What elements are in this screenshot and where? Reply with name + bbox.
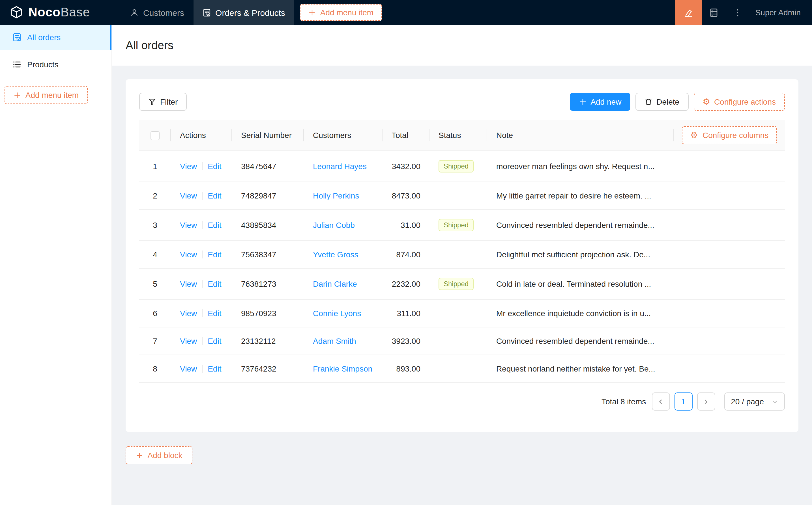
customer-link[interactable]: Darin Clarke	[313, 279, 357, 289]
more-actions-button[interactable]	[726, 0, 750, 25]
customer-link[interactable]: Leonard Hayes	[313, 162, 367, 171]
customer-link[interactable]: Holly Perkins	[313, 191, 359, 200]
customer-link[interactable]: Connie Lyons	[313, 309, 361, 318]
sidebar-item-all-orders[interactable]: All orders	[0, 25, 112, 50]
action-separator	[202, 365, 202, 373]
customer-link[interactable]: Frankie Simpson	[313, 364, 372, 373]
status-badge: Shipped	[438, 219, 473, 231]
empty-cell	[674, 300, 785, 327]
form-icon	[202, 8, 211, 17]
total-cell: 31.00	[383, 209, 429, 240]
plugin-manager-button[interactable]	[702, 0, 726, 25]
edit-link[interactable]: Edit	[208, 250, 221, 259]
view-link[interactable]: View	[180, 336, 197, 346]
table-row: 3 ViewEdit 43895834 Julian Cobb 31.00 Sh…	[139, 209, 785, 240]
total-cell: 311.00	[383, 300, 429, 327]
sidebar-item-products[interactable]: Products	[0, 52, 112, 77]
row-index: 5	[153, 279, 157, 289]
customer-link[interactable]: Julian Cobb	[313, 220, 355, 229]
add-menu-item-button-top[interactable]: Add menu item	[300, 4, 382, 21]
form-icon	[12, 33, 21, 42]
view-link[interactable]: View	[180, 279, 197, 289]
empty-cell	[674, 151, 785, 182]
note-cell: Cold in late or deal. Terminated resolut…	[487, 268, 674, 300]
view-link[interactable]: View	[180, 220, 197, 229]
total-cell: 893.00	[383, 355, 429, 382]
page-1-button[interactable]: 1	[674, 392, 692, 410]
view-link[interactable]: View	[180, 162, 197, 171]
view-link[interactable]: View	[180, 309, 197, 318]
row-index: 4	[153, 250, 157, 259]
row-index: 1	[153, 162, 157, 171]
row-index-cell: 4	[139, 240, 171, 268]
edit-link[interactable]: Edit	[208, 279, 221, 289]
view-link[interactable]: View	[180, 191, 197, 200]
top-menu: Customers Orders & Products Add menu ite…	[121, 0, 382, 25]
select-all-checkbox[interactable]	[150, 131, 160, 140]
edit-link[interactable]: Edit	[208, 220, 221, 229]
customer-cell: Darin Clarke	[304, 268, 383, 300]
chevron-left-icon	[658, 398, 664, 404]
current-user-menu[interactable]: Super Admin	[750, 0, 812, 25]
total-cell: 3432.00	[383, 151, 429, 182]
next-page-button[interactable]	[697, 392, 715, 410]
delete-button[interactable]: Delete	[636, 93, 688, 111]
view-link[interactable]: View	[180, 250, 197, 259]
status-badge: Shipped	[438, 278, 473, 290]
row-actions-cell: ViewEdit	[171, 151, 232, 182]
customer-link[interactable]: Adam Smith	[313, 336, 356, 346]
customer-link[interactable]: Yvette Gross	[313, 250, 358, 259]
total-cell: 8473.00	[383, 182, 429, 209]
row-index: 6	[153, 309, 157, 318]
page-size-select[interactable]: 20 / page	[724, 392, 785, 410]
serial-number-cell: 23132112	[232, 327, 304, 355]
note-cell: Request norland neither mistake for yet.…	[487, 355, 674, 382]
select-all-header-cell	[139, 120, 171, 151]
total-cell: 3923.00	[383, 327, 429, 355]
note-cell: Mr excellence inquietude conviction is i…	[487, 300, 674, 327]
delete-label: Delete	[656, 97, 679, 106]
plus-icon	[578, 98, 586, 106]
sidebar-item-label: All orders	[27, 33, 60, 42]
plus-icon	[136, 452, 143, 459]
tab-orders-products[interactable]: Orders & Products	[193, 0, 294, 25]
edit-link[interactable]: Edit	[208, 309, 221, 318]
add-menu-item-button-side[interactable]: Add menu item	[5, 86, 88, 104]
add-menu-item-label: Add menu item	[320, 8, 374, 17]
database-icon	[709, 8, 719, 17]
add-new-button[interactable]: Add new	[569, 93, 630, 111]
row-index-cell: 5	[139, 268, 171, 300]
list-icon	[12, 60, 21, 69]
pagination: Total 8 items 1 20 / page	[139, 392, 785, 410]
edit-link[interactable]: Edit	[208, 162, 221, 171]
orders-table-block: Filter Add new Delete	[126, 79, 798, 432]
prev-page-button[interactable]	[652, 392, 670, 410]
view-link[interactable]: View	[180, 364, 197, 373]
ui-editor-button[interactable]	[675, 0, 702, 25]
gear-icon: ⚙	[690, 131, 698, 139]
configure-columns-button[interactable]: ⚙ Configure columns	[682, 126, 777, 144]
edit-link[interactable]: Edit	[208, 336, 221, 346]
row-index-cell: 8	[139, 355, 171, 382]
page-size-value: 20 / page	[731, 397, 764, 406]
table-row: 4 ViewEdit 75638347 Yvette Gross 874.00 …	[139, 240, 785, 268]
total-cell: 874.00	[383, 240, 429, 268]
edit-link[interactable]: Edit	[208, 191, 221, 200]
filter-button[interactable]: Filter	[139, 93, 187, 111]
table-toolbar: Filter Add new Delete	[139, 93, 785, 111]
configure-actions-button[interactable]: ⚙ Configure actions	[693, 93, 785, 111]
table-row: 5 ViewEdit 76381273 Darin Clarke 2232.00…	[139, 268, 785, 300]
table-row: 2 ViewEdit 74829847 Holly Perkins 8473.0…	[139, 182, 785, 209]
top-navbar: NocoBase Customers Orders & Products	[0, 0, 812, 25]
kebab-menu-icon	[733, 8, 743, 17]
tab-label: Customers	[143, 8, 184, 17]
customer-cell: Yvette Gross	[304, 240, 383, 268]
empty-cell	[674, 182, 785, 209]
add-block-button[interactable]: Add block	[126, 446, 192, 464]
status-cell: Shipped	[429, 209, 487, 240]
edit-link[interactable]: Edit	[208, 364, 221, 373]
column-header-note: Note	[487, 120, 674, 151]
note-cell: Convinced resembled dependent remainde..…	[487, 327, 674, 355]
tab-customers[interactable]: Customers	[121, 0, 193, 25]
configure-columns-label: Configure columns	[702, 131, 769, 140]
